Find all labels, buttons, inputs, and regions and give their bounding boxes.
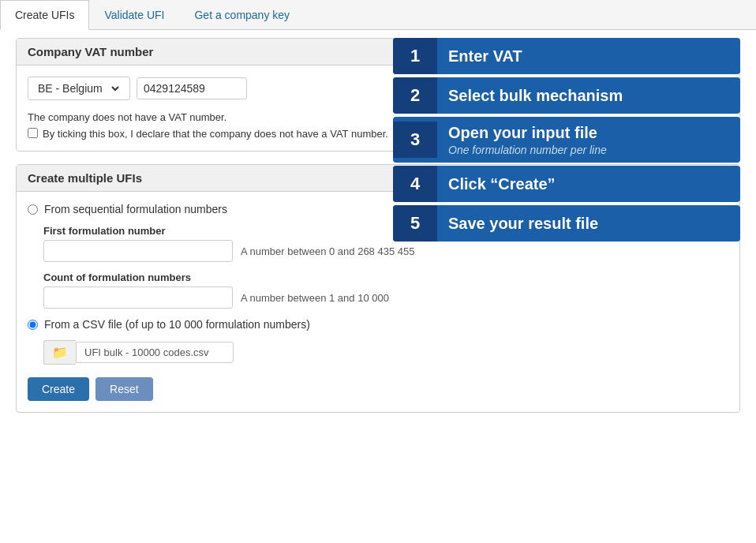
- csv-radio[interactable]: [28, 320, 38, 330]
- step-5: 5 Save your result file: [393, 205, 740, 242]
- count-group: Count of formulation numbers A number be…: [43, 272, 728, 309]
- main-content: 1 Enter VAT 2 Select bulk mechanism 3 Op…: [0, 30, 756, 441]
- tab-validate-ufi[interactable]: Validate UFI: [89, 0, 179, 29]
- step-4: 4 Click “Create”: [393, 166, 740, 202]
- file-name-display: UFI bulk - 10000 codes.csv: [76, 342, 234, 363]
- create-button[interactable]: Create: [28, 377, 89, 401]
- country-dropdown[interactable]: BE - Belgium: [35, 81, 122, 95]
- count-input[interactable]: [43, 286, 233, 309]
- file-picker-row: 📁 UFI bulk - 10000 codes.csv: [43, 340, 728, 365]
- count-hint: A number between 1 and 10 000: [241, 292, 389, 304]
- reset-button[interactable]: Reset: [95, 377, 153, 401]
- action-buttons: Create Reset: [28, 377, 728, 401]
- step-2-content: Select bulk mechanism: [437, 80, 740, 111]
- step-1: 1 Enter VAT: [393, 38, 740, 74]
- no-vat-checkbox[interactable]: [28, 128, 38, 138]
- step-2-title: Select bulk mechanism: [448, 86, 729, 105]
- tab-create-ufis[interactable]: Create UFIs: [0, 0, 89, 30]
- country-select-wrapper[interactable]: BE - Belgium: [28, 77, 130, 100]
- step-3-subtitle: One formulation number per line: [448, 144, 729, 156]
- step-4-content: Click “Create”: [437, 168, 740, 200]
- step-2: 2 Select bulk mechanism: [393, 77, 740, 114]
- no-vat-checkbox-label: By ticking this box, I declare that the …: [43, 128, 388, 140]
- csv-radio-row: From a CSV file (of up to 10 000 formula…: [28, 318, 728, 331]
- step-3-title: Open your input file: [448, 123, 729, 142]
- step-3: 3 Open your input file One formulation n…: [393, 117, 740, 163]
- step-1-title: Enter VAT: [448, 47, 729, 66]
- file-browse-button[interactable]: 📁: [43, 340, 76, 365]
- step-1-content: Enter VAT: [437, 40, 740, 72]
- tab-get-company-key[interactable]: Get a company key: [179, 0, 305, 29]
- count-label: Count of formulation numbers: [43, 272, 728, 283]
- step-5-title: Save your result file: [448, 214, 729, 233]
- step-3-number: 3: [393, 122, 437, 158]
- csv-radio-label: From a CSV file (of up to 10 000 formula…: [44, 318, 310, 331]
- tab-bar: Create UFIs Validate UFI Get a company k…: [0, 0, 756, 30]
- step-4-number: 4: [393, 166, 437, 202]
- first-number-hint: A number between 0 and 268 435 455: [241, 245, 414, 257]
- step-1-number: 1: [393, 38, 437, 74]
- step-2-number: 2: [393, 77, 437, 114]
- step-4-title: Click “Create”: [448, 174, 729, 193]
- steps-overlay: 1 Enter VAT 2 Select bulk mechanism 3 Op…: [393, 38, 740, 242]
- step-5-number: 5: [393, 205, 437, 242]
- sequential-radio[interactable]: [28, 204, 38, 215]
- step-3-content: Open your input file One formulation num…: [437, 117, 740, 163]
- vat-input[interactable]: [137, 77, 247, 99]
- first-number-input[interactable]: [43, 240, 233, 262]
- step-5-content: Save your result file: [437, 208, 740, 239]
- sequential-radio-label: From sequential formulation numbers: [44, 203, 227, 215]
